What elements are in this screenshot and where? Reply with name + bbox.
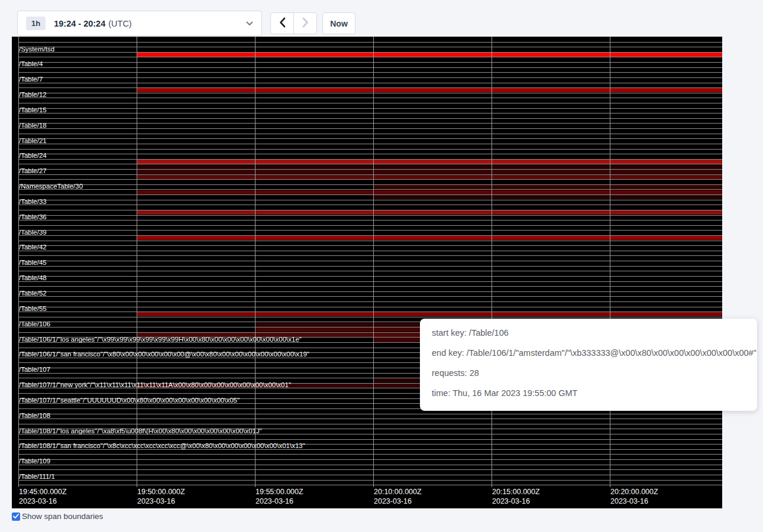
span-boundary-line — [18, 235, 722, 236]
span-key-label: /Table/33 — [19, 198, 47, 206]
heat-band — [137, 53, 722, 57]
span-boundary-line — [18, 312, 722, 312]
span-boundary-line — [18, 475, 722, 475]
heat-band — [137, 164, 722, 168]
time-gridline — [137, 37, 137, 487]
heat-band — [137, 175, 722, 179]
span-boundary-line — [18, 230, 722, 231]
time-gridline — [492, 37, 492, 487]
span-boundary-line — [18, 241, 722, 241]
span-boundary-line — [18, 439, 722, 440]
heat-band — [373, 195, 722, 199]
span-boundary-line — [18, 134, 722, 134]
span-boundary-line — [18, 220, 722, 220]
span-boundary-line — [18, 149, 722, 150]
span-boundary-line — [18, 301, 722, 302]
span-boundary-line — [18, 317, 722, 317]
span-key-label: /Table/55 — [19, 305, 47, 313]
time-gridline — [255, 37, 256, 487]
span-boundary-line — [18, 286, 722, 287]
span-key-label: /Table/45 — [19, 259, 47, 267]
span-boundary-line — [18, 245, 722, 246]
span-boundary-line — [18, 266, 722, 267]
span-boundary-line — [18, 169, 722, 170]
span-boundary-line — [18, 271, 722, 271]
heat-band — [137, 190, 722, 194]
tooltip-start-key: start key: /Table/106 — [432, 327, 745, 339]
span-boundary-line — [18, 255, 722, 256]
time-gridline — [610, 37, 610, 487]
span-boundary-line — [18, 210, 722, 210]
span-boundary-line — [18, 103, 722, 103]
span-key-label: /Table/106/1/"los angeles"/"\x99\x99\x99… — [19, 336, 302, 343]
time-range-select[interactable]: 1h 19:24 - 20:24 (UTC) — [17, 11, 262, 36]
span-boundary-line — [18, 480, 722, 481]
show-span-boundaries-label: Show span boundaries — [22, 512, 103, 521]
time-axis-label: 20:20:00.000Z2023-03-16 — [610, 488, 658, 506]
span-key-label: /Table/48 — [19, 274, 47, 282]
span-key-label: /Table/36 — [19, 213, 47, 221]
span-boundary-line — [18, 296, 722, 297]
span-boundary-line — [18, 459, 722, 460]
span-boundary-line — [18, 108, 722, 109]
span-boundary-line — [18, 47, 722, 47]
span-key-label: /Table/21 — [19, 137, 47, 145]
time-gridline — [373, 37, 374, 487]
footer-controls: Show span boundaries — [12, 512, 103, 521]
span-key-label: /NamespaceTable/30 — [19, 183, 83, 190]
span-boundary-line — [18, 419, 722, 419]
hover-tooltip: start key: /Table/106 end key: /Table/10… — [420, 319, 757, 411]
span-boundary-line — [18, 62, 722, 63]
span-key-label: /Table/7 — [19, 76, 43, 83]
span-boundary-line — [18, 113, 722, 113]
previous-interval-button[interactable] — [270, 12, 294, 34]
chevron-down-icon — [246, 21, 253, 26]
span-key-label: /Table/108/1/"san francisco"/"\x8c\xcc\x… — [19, 442, 305, 450]
span-boundary-line — [18, 307, 722, 307]
span-boundary-line — [18, 72, 722, 73]
span-boundary-line — [18, 174, 722, 175]
span-key-label: /Table/107/1/"seattle"/"UUUUUUD\x00\x80\… — [19, 397, 240, 404]
span-boundary-line — [18, 144, 722, 144]
heat-band — [137, 236, 722, 240]
chevron-right-icon — [302, 17, 309, 30]
span-boundary-line — [18, 205, 722, 205]
tooltip-end-key: end key: /Table/106/1/"amsterdam"/"\xb33… — [432, 347, 745, 359]
heat-band — [137, 170, 722, 174]
span-key-label: /Table/108 — [19, 412, 50, 420]
span-boundary-line — [18, 179, 722, 180]
span-boundary-line — [18, 414, 722, 414]
span-boundary-line — [18, 194, 722, 195]
span-key-label: /Table/107/1/"new york"/"\x11\x11\x11\x1… — [19, 381, 291, 389]
time-axis-label: 19:45:00.000Z2023-03-16 — [19, 488, 67, 506]
span-boundary-line — [18, 138, 722, 139]
span-boundary-line — [18, 87, 722, 88]
span-boundary-line — [18, 57, 722, 57]
key-visualizer-canvas[interactable]: /System/tsd/Table/4/Table/7/Table/12/Tab… — [12, 37, 722, 508]
span-boundary-line — [18, 164, 722, 164]
show-span-boundaries-checkbox[interactable] — [12, 512, 20, 521]
span-boundary-line — [18, 118, 722, 119]
span-boundary-line — [18, 276, 722, 277]
span-boundary-line — [18, 184, 722, 185]
span-key-label: /Table/24 — [19, 152, 47, 160]
time-axis-label: 20:10:00.000Z2023-03-16 — [374, 488, 422, 506]
span-key-label: /Table/108/1/"los angeles"/"\xa8\xf5\u00… — [19, 427, 262, 435]
time-axis-label: 19:50:00.000Z2023-03-16 — [137, 488, 185, 506]
span-key-label: /Table/106 — [19, 320, 50, 328]
span-boundary-line — [18, 189, 722, 190]
heat-band — [137, 160, 722, 164]
span-key-label: /Table/27 — [19, 167, 47, 175]
span-boundary-line — [18, 454, 722, 455]
next-interval-button[interactable] — [293, 12, 317, 34]
span-boundary-line — [18, 77, 722, 78]
span-key-label: /Table/4 — [19, 60, 43, 68]
span-boundary-line — [18, 123, 722, 124]
span-boundary-line — [18, 469, 722, 470]
span-key-label: /Table/39 — [19, 229, 47, 236]
span-boundary-line — [18, 291, 722, 292]
span-boundary-line — [18, 128, 722, 129]
now-button[interactable]: Now — [322, 12, 355, 34]
span-boundary-line — [18, 154, 722, 154]
span-boundary-line — [18, 98, 722, 98]
